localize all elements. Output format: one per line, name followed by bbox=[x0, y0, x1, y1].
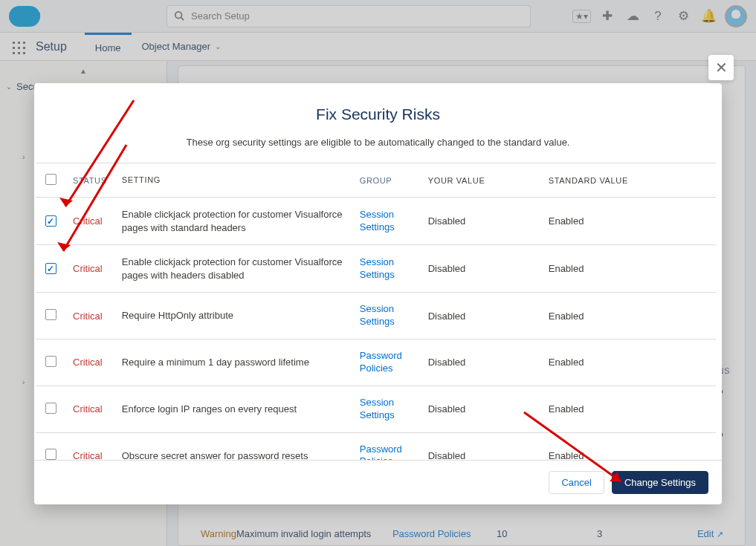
setting-name: Require HttpOnly attribute bbox=[114, 293, 352, 339]
table-row: CriticalEnable clickjack protection for … bbox=[36, 198, 716, 245]
col-standard-value: STANDARD VALUE bbox=[541, 163, 716, 198]
risk-table: STATUS SETTING GROUP YOUR VALUE STANDARD… bbox=[36, 163, 716, 460]
col-setting: SETTING bbox=[114, 163, 352, 198]
standard-value: Enabled bbox=[541, 245, 716, 293]
table-header-row: STATUS SETTING GROUP YOUR VALUE STANDARD… bbox=[36, 163, 716, 198]
standard-value: Enabled bbox=[541, 432, 716, 460]
your-value: Disabled bbox=[421, 293, 541, 339]
row-checkbox[interactable] bbox=[45, 215, 56, 227]
close-icon: ✕ bbox=[715, 59, 728, 77]
risk-table-container[interactable]: STATUS SETTING GROUP YOUR VALUE STANDARD… bbox=[36, 163, 716, 460]
table-row: CriticalRequire HttpOnly attributeSessio… bbox=[36, 293, 716, 339]
modal-title: Fix Security Risks bbox=[34, 105, 722, 123]
close-button[interactable]: ✕ bbox=[708, 55, 734, 80]
setting-name: Enforce login IP ranges on every request bbox=[114, 386, 352, 432]
col-group: GROUP bbox=[352, 163, 421, 198]
group-link[interactable]: PasswordPolicies bbox=[360, 443, 402, 460]
your-value: Disabled bbox=[421, 432, 541, 460]
table-row: CriticalObscure secret answer for passwo… bbox=[36, 432, 716, 460]
setting-name: Enable clickjack protection for customer… bbox=[114, 245, 352, 293]
group-link[interactable]: PasswordPolicies bbox=[360, 350, 402, 375]
standard-value: Enabled bbox=[541, 386, 716, 432]
table-row: CriticalEnable clickjack protection for … bbox=[36, 245, 716, 293]
status-badge: Critical bbox=[73, 311, 103, 322]
group-link[interactable]: SessionSettings bbox=[360, 303, 395, 328]
group-link[interactable]: SessionSettings bbox=[360, 256, 395, 282]
select-all-checkbox[interactable] bbox=[45, 174, 56, 185]
status-badge: Critical bbox=[73, 357, 103, 368]
setting-name: Obscure secret answer for password reset… bbox=[114, 432, 352, 460]
your-value: Disabled bbox=[421, 198, 541, 245]
your-value: Disabled bbox=[421, 386, 541, 432]
row-checkbox[interactable] bbox=[45, 309, 56, 320]
cancel-button[interactable]: Cancel bbox=[549, 471, 604, 494]
row-checkbox[interactable] bbox=[45, 263, 56, 274]
row-checkbox[interactable] bbox=[45, 403, 56, 414]
status-badge: Critical bbox=[73, 403, 103, 415]
your-value: Disabled bbox=[421, 339, 541, 386]
modal-footer: Cancel Change Settings bbox=[34, 460, 722, 504]
group-link[interactable]: SessionSettings bbox=[360, 209, 395, 234]
setting-name: Require a minimum 1 day password lifetim… bbox=[114, 339, 352, 386]
standard-value: Enabled bbox=[541, 339, 716, 386]
status-badge: Critical bbox=[73, 450, 103, 460]
fix-security-risks-modal: ✕ Fix Security Risks These org security … bbox=[34, 83, 722, 504]
your-value: Disabled bbox=[421, 245, 541, 293]
modal-subtitle: These org security settings are eligible… bbox=[34, 137, 722, 148]
change-settings-button[interactable]: Change Settings bbox=[612, 471, 708, 494]
row-checkbox[interactable] bbox=[45, 449, 56, 460]
col-your-value: YOUR VALUE bbox=[421, 163, 541, 198]
standard-value: Enabled bbox=[541, 293, 716, 339]
table-row: CriticalEnforce login IP ranges on every… bbox=[36, 386, 716, 432]
status-badge: Critical bbox=[73, 263, 103, 274]
setting-name: Enable clickjack protection for customer… bbox=[114, 198, 352, 245]
group-link[interactable]: SessionSettings bbox=[360, 397, 395, 422]
standard-value: Enabled bbox=[541, 198, 716, 245]
row-checkbox[interactable] bbox=[45, 356, 56, 367]
col-status: STATUS bbox=[65, 163, 114, 198]
status-badge: Critical bbox=[73, 215, 103, 227]
table-row: CriticalRequire a minimum 1 day password… bbox=[36, 339, 716, 386]
